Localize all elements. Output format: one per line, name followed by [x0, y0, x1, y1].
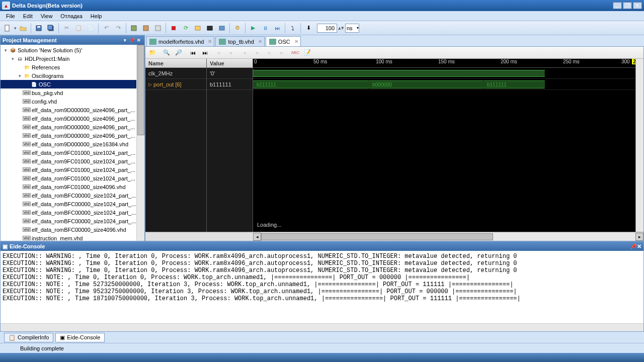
minimize-button[interactable]: _: [613, 2, 622, 9]
tree-file[interactable]: vhdelf_data_rom9FC01000_size4096.vhd: [1, 183, 144, 191]
editor-tab[interactable]: top_tb.vhd✕: [215, 36, 264, 46]
time-value-input[interactable]: [317, 24, 337, 33]
tab-close-button[interactable]: ✕: [258, 39, 262, 44]
pause-button[interactable]: ⏸: [260, 23, 271, 34]
console-hscrollbar[interactable]: [1, 323, 643, 331]
tree-file[interactable]: vhdelf_data_romBFC00000_size1024_part_..…: [1, 200, 144, 208]
scroll-right-button[interactable]: ▸: [635, 233, 643, 241]
tree-file[interactable]: vhdbus_pkg.vhd: [1, 88, 144, 97]
tree-solution[interactable]: ▾📦Solution 'New Solution (5)': [1, 46, 144, 54]
osc-tool-1[interactable]: ▫: [214, 48, 224, 58]
tree-file[interactable]: vhdelf_data_rom9D000000_size16384.vhd: [1, 140, 144, 148]
save-all-button[interactable]: [45, 23, 56, 34]
tool-button-7[interactable]: ⚙: [232, 23, 243, 34]
tree-file[interactable]: vhdconfig.vhd: [1, 97, 144, 106]
menu-debug[interactable]: Отладка: [56, 12, 86, 20]
editor-tab[interactable]: modelforfxrtos.vhd✕: [146, 36, 214, 46]
project-tree[interactable]: ▾📦Solution 'New Solution (5)'▾🗂HDLProjec…: [1, 45, 144, 241]
refresh-button[interactable]: ⟳: [180, 23, 191, 34]
osc-tool-2[interactable]: ▫: [226, 48, 236, 58]
osc-value-header[interactable]: Value: [207, 59, 253, 68]
osc-vscrollbar[interactable]: [635, 59, 643, 232]
expand-icon[interactable]: ▷: [148, 82, 153, 87]
step-button[interactable]: ⏭: [272, 23, 283, 34]
tool-button-5[interactable]: [204, 23, 215, 34]
step-over-button[interactable]: ⤵: [287, 23, 298, 34]
tool-button-6[interactable]: [216, 23, 227, 34]
tool-button-2[interactable]: [140, 23, 151, 34]
tree-file[interactable]: vhdelf_data_rom9FC01000_size1024_part_..…: [1, 165, 144, 174]
new-button[interactable]: [2, 23, 13, 34]
stop-button[interactable]: [168, 23, 179, 34]
osc-signal-row[interactable]: clk_2MHz: [145, 68, 206, 79]
tree-scrollbar[interactable]: [136, 45, 144, 241]
menu-view[interactable]: View: [37, 12, 57, 20]
osc-zoom-in-button[interactable]: 🔍: [162, 48, 172, 58]
tree-file[interactable]: vhdelf_data_rom9FC01000_size1024_part_..…: [1, 157, 144, 165]
open-button[interactable]: [18, 23, 29, 34]
tree-oscillograms[interactable]: ▾📁Oscillograms: [1, 71, 144, 80]
step-into-button[interactable]: ⬇: [303, 23, 314, 34]
tab-compiler-info[interactable]: 📋CompilerInfo: [4, 333, 53, 342]
paste-button[interactable]: 📄: [85, 23, 96, 34]
expand-icon[interactable]: ▾: [10, 56, 16, 61]
panel-close-button[interactable]: ✕: [135, 37, 142, 44]
maximize-button[interactable]: ❐: [623, 2, 632, 9]
tool-button-1[interactable]: [128, 23, 139, 34]
time-unit-select[interactable]: ns▾: [345, 24, 359, 33]
menu-file[interactable]: File: [2, 12, 19, 20]
tree-file[interactable]: vhdelf_data_rom9D000000_size4096_part_..…: [1, 114, 144, 123]
tab-eide-console[interactable]: ▣Eide-Console: [55, 333, 105, 342]
tree-file[interactable]: vhdelf_data_rom9D000000_size4096_part_..…: [1, 123, 144, 131]
osc-name-header[interactable]: Name: [145, 59, 206, 68]
tree-file[interactable]: vhdelf_data_romBFC00000_size1024_part_..…: [1, 208, 144, 217]
osc-tool-3[interactable]: ▫: [240, 48, 250, 58]
osc-tool-4[interactable]: ▫: [252, 48, 262, 58]
osc-abc-button[interactable]: ABC: [290, 48, 300, 58]
expand-icon[interactable]: ▾: [3, 48, 9, 53]
osc-open-button[interactable]: 📁: [147, 48, 157, 58]
menu-edit[interactable]: Edit: [19, 12, 37, 20]
undo-button[interactable]: ↶: [101, 23, 112, 34]
tool-button-3[interactable]: [152, 23, 164, 34]
console-pin-button[interactable]: 📌: [630, 243, 637, 250]
menu-help[interactable]: Help: [87, 12, 106, 20]
tool-button-4[interactable]: [192, 23, 203, 34]
cut-button[interactable]: ✂: [61, 23, 72, 34]
osc-last-button[interactable]: ⏭: [200, 48, 210, 58]
osc-hscrollbar[interactable]: ◂ ▸: [145, 232, 643, 241]
tree-references[interactable]: 📁References: [1, 63, 144, 71]
scroll-left-button[interactable]: ◂: [253, 233, 261, 241]
save-button[interactable]: [33, 23, 44, 34]
expand-icon[interactable]: ▾: [17, 73, 23, 78]
console-output[interactable]: EXECUTION:: WARNING: , Time 0, Iteration…: [1, 251, 643, 323]
osc-tool-5[interactable]: ▫: [264, 48, 274, 58]
console-close-button[interactable]: ✕: [637, 243, 641, 250]
panel-pin-button[interactable]: 📌: [128, 37, 135, 44]
tree-file[interactable]: vhdelf_data_rom9D000000_size4096_part_..…: [1, 131, 144, 140]
osc-zoom-out-button[interactable]: 🔎: [174, 48, 184, 58]
tree-osc-item[interactable]: 📄OSC: [1, 80, 144, 88]
panel-dropdown-button[interactable]: ▾: [121, 37, 128, 44]
tab-close-button[interactable]: ✕: [208, 39, 212, 44]
copy-button[interactable]: 📋: [73, 23, 84, 34]
tree-file[interactable]: vhdelf_data_rom9FC01000_size1024_part_..…: [1, 174, 144, 183]
osc-tool-7[interactable]: 📝: [302, 48, 312, 58]
tree-file[interactable]: vhdelf_data_romBFC00000_size1024_part_..…: [1, 191, 144, 200]
osc-tool-6[interactable]: ▫: [276, 48, 286, 58]
play-button[interactable]: ▶: [248, 23, 259, 34]
osc-signal-row[interactable]: ▷port_out [6]: [145, 79, 206, 90]
tree-file[interactable]: vhdelf_data_romBFC00000_size1024_part_..…: [1, 217, 144, 225]
editor-tab[interactable]: OSC✕: [266, 36, 301, 46]
tree-file[interactable]: vhdelf_data_rom9D000000_size4096_part_..…: [1, 106, 144, 114]
tree-project[interactable]: ▾🗂HDLProject1:Main: [1, 54, 144, 63]
redo-button[interactable]: ↷: [113, 23, 124, 34]
close-button[interactable]: ✕: [633, 2, 642, 9]
osc-timeline[interactable]: 0 50 ms 100 ms 150 ms 200 ms 250 ms 300 …: [253, 59, 643, 68]
tab-close-button[interactable]: ✕: [294, 39, 298, 44]
osc-waveform-area[interactable]: 0 50 ms 100 ms 150 ms 200 ms 250 ms 300 …: [253, 59, 643, 232]
tree-file[interactable]: vhdelf_data_rom9FC01000_size1024_part_..…: [1, 148, 144, 157]
osc-first-button[interactable]: ⏮: [188, 48, 198, 58]
tree-file[interactable]: vhdinstruction_mem.vhd: [1, 234, 144, 241]
tree-file[interactable]: vhdelf_data_romBFC00000_size4096.vhd: [1, 225, 144, 234]
